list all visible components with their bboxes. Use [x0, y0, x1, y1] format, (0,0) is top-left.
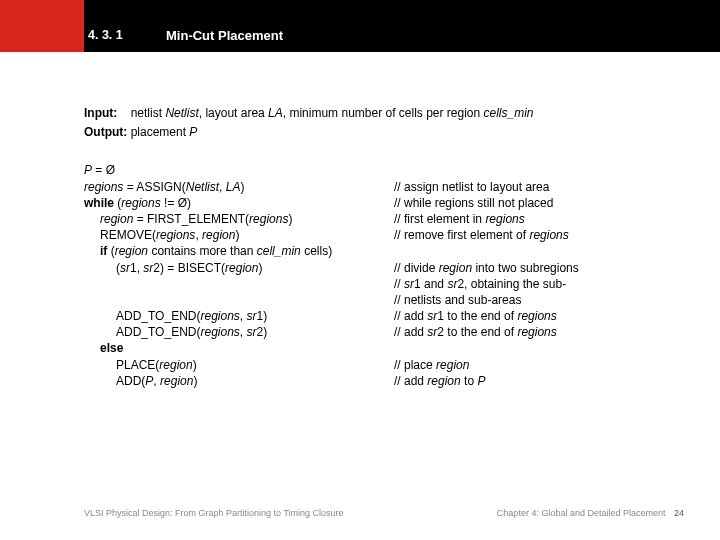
- header-accent: [0, 0, 84, 52]
- footer: VLSI Physical Design: From Graph Partiti…: [84, 508, 684, 518]
- line-2: regions = ASSIGN(Netlist, LA) // assign …: [84, 179, 684, 195]
- line-8: ADD_TO_END(regions, sr1) // add sr1 to t…: [84, 308, 684, 324]
- line-6: if (region contains more than cell_min c…: [84, 243, 684, 259]
- output-label: Output:: [84, 125, 127, 139]
- header-bar: 4. 3. 1 Min-Cut Placement: [0, 0, 720, 52]
- input-label: Input:: [84, 106, 117, 120]
- input-line: Input: netlist Netlist, layout area LA, …: [84, 105, 684, 121]
- line-12: ADD(P, region) // add region to P: [84, 373, 684, 389]
- algorithm-block: P = Ø regions = ASSIGN(Netlist, LA) // a…: [84, 162, 684, 389]
- footer-right: Chapter 4: Global and Detailed Placement…: [497, 508, 684, 518]
- line-1: P = Ø: [84, 162, 684, 178]
- line-10: else: [84, 340, 684, 356]
- line-3: while (regions != Ø) // while regions st…: [84, 195, 684, 211]
- line-9: ADD_TO_END(regions, sr2) // add sr2 to t…: [84, 324, 684, 340]
- line-5: REMOVE(regions, region) // remove first …: [84, 227, 684, 243]
- line-11: PLACE(region) // place region: [84, 357, 684, 373]
- line-7b: // sr1 and sr2, obtaining the sub-: [84, 276, 684, 292]
- page-number: 24: [674, 508, 684, 518]
- line-7: (sr1, sr2) = BISECT(region) // divide re…: [84, 260, 684, 276]
- slide-title: Min-Cut Placement: [166, 28, 283, 43]
- line-7c: // netlists and sub-areas: [84, 292, 684, 308]
- section-number: 4. 3. 1: [88, 28, 123, 42]
- slide-content: Input: netlist Netlist, layout area LA, …: [84, 105, 684, 389]
- footer-left: VLSI Physical Design: From Graph Partiti…: [84, 508, 344, 518]
- line-4: region = FIRST_ELEMENT(regions) // first…: [84, 211, 684, 227]
- output-line: Output: placement P: [84, 124, 684, 140]
